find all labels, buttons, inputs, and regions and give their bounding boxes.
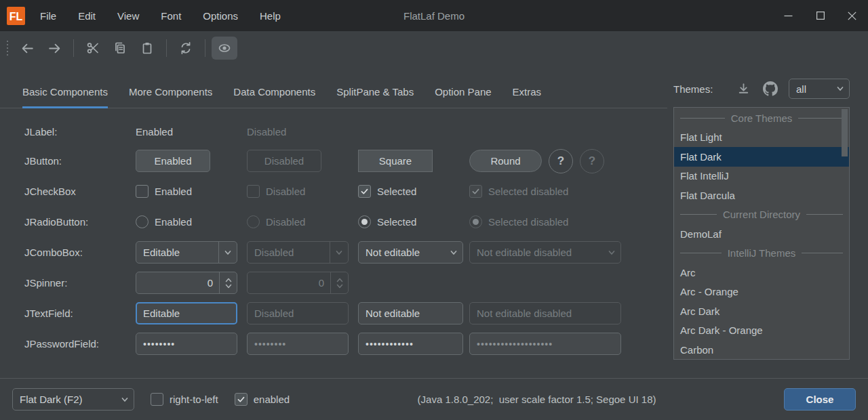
toolbar <box>0 31 868 65</box>
checkbox-disabled: Disabled <box>247 185 305 198</box>
back-arrow-icon <box>20 41 35 56</box>
theme-item-arc-orange[interactable]: Arc - Orange <box>674 282 849 302</box>
radio-selected[interactable]: Selected <box>358 215 416 228</box>
jpasswordfield-row: JPasswordField: •••••••• •••••••• ••••••… <box>24 329 667 359</box>
paste-button[interactable] <box>134 37 160 60</box>
radio-label: Enabled <box>155 216 192 228</box>
combobox-value: Disabled <box>248 247 330 258</box>
tab-extras[interactable]: Extras <box>513 76 542 108</box>
jlabel-row-label: JLabel: <box>24 126 136 138</box>
toolbar-grip[interactable] <box>7 41 8 56</box>
radio-selected-icon <box>469 215 482 228</box>
spinner-value[interactable]: 0 <box>136 277 219 289</box>
forward-button[interactable] <box>41 37 67 60</box>
checkbox-label: Selected disabled <box>488 186 568 197</box>
menu-edit[interactable]: Edit <box>67 0 106 31</box>
tab-more-components[interactable]: More Components <box>129 76 212 108</box>
spinner-disabled: 0 <box>247 272 349 294</box>
cut-button[interactable] <box>80 37 106 60</box>
close-window-button[interactable] <box>836 0 868 31</box>
tab-option-pane[interactable]: Option Pane <box>435 76 491 108</box>
close-button[interactable]: Close <box>784 388 856 411</box>
jlabel-disabled: Disabled <box>247 126 286 138</box>
back-button[interactable] <box>14 37 40 60</box>
copy-button[interactable] <box>107 37 133 60</box>
tab-splitpane-tabs[interactable]: SplitPane & Tabs <box>336 76 414 108</box>
checkbox-enabled[interactable]: Enabled <box>136 185 192 198</box>
help-button[interactable]: ? <box>549 149 573 173</box>
window-controls <box>772 0 868 31</box>
jcheckbox-row-label: JCheckBox <box>24 186 136 197</box>
spinner-arrows-icon[interactable] <box>219 272 237 293</box>
show-hidden-toggle-button[interactable] <box>212 37 237 60</box>
jbutton-row: JButton: Enabled Disabled Square Round ?… <box>24 146 667 176</box>
theme-item-arc-dark[interactable]: Arc Dark <box>674 301 849 321</box>
combobox-value: Not editable <box>359 247 444 258</box>
chevron-down-icon[interactable] <box>218 242 237 263</box>
theme-item-carbon[interactable]: Carbon <box>674 340 849 360</box>
checkbox-selected[interactable]: Selected <box>358 185 416 198</box>
download-theme-button[interactable] <box>736 82 751 96</box>
refresh-icon <box>179 41 193 55</box>
scrollbar-thumb[interactable] <box>842 109 848 156</box>
themes-list: Core Themes Flat Light Flat Dark Flat In… <box>673 107 850 360</box>
textfield-editable[interactable]: Editable <box>136 302 237 324</box>
jlabel-enabled: Enabled <box>136 126 173 138</box>
forward-arrow-icon <box>47 41 62 56</box>
passwordfield-not-editable[interactable]: •••••••••••• <box>358 333 463 355</box>
radio-enabled[interactable]: Enabled <box>136 215 192 228</box>
minimize-button[interactable] <box>772 0 804 31</box>
cut-icon <box>86 41 100 55</box>
checkbox-checked-icon <box>469 185 482 198</box>
themes-panel: Themes: all Core Themes Flat Light Flat … <box>667 65 868 378</box>
tab-basic-components[interactable]: Basic Components <box>22 76 108 108</box>
refresh-button[interactable] <box>173 37 199 60</box>
enabled-checkbox[interactable]: enabled <box>235 393 290 406</box>
theme-item-arc-dark-orange[interactable]: Arc Dark - Orange <box>674 321 849 341</box>
right-to-left-checkbox[interactable]: right-to-left <box>151 393 218 406</box>
github-link-button[interactable] <box>763 81 778 96</box>
theme-item-flat-light[interactable]: Flat Light <box>674 128 849 148</box>
textfield-not-editable[interactable]: Not editable <box>358 302 463 324</box>
theme-item-flat-darcula[interactable]: Flat Darcula <box>674 186 849 205</box>
theme-item-flat-dark[interactable]: Flat Dark <box>674 147 849 167</box>
radio-label: Selected disabled <box>488 216 568 228</box>
titlebar: FL File Edit View Font Options Help Flat… <box>0 0 868 31</box>
maximize-button[interactable] <box>804 0 836 31</box>
help-button-disabled: ? <box>580 149 604 173</box>
enabled-button[interactable]: Enabled <box>136 150 210 172</box>
theme-item-arc[interactable]: Arc <box>674 263 849 282</box>
square-button[interactable]: Square <box>358 150 433 172</box>
laf-combobox[interactable]: Flat Dark (F2) <box>12 388 134 411</box>
radio-selected-disabled: Selected disabled <box>469 215 568 228</box>
combobox-not-editable[interactable]: Not editable <box>358 241 463 264</box>
menu-help[interactable]: Help <box>249 0 292 31</box>
theme-item-demolaf[interactable]: DemoLaf <box>674 224 849 244</box>
disabled-button: Disabled <box>247 150 321 172</box>
combobox-editable[interactable]: Editable <box>136 241 237 264</box>
list-separator: IntelliJ Themes <box>674 244 849 264</box>
radio-icon <box>247 215 260 228</box>
menu-view[interactable]: View <box>106 0 150 31</box>
list-separator: Core Themes <box>674 108 849 128</box>
chevron-down-icon[interactable] <box>444 242 462 263</box>
chevron-down-icon <box>115 389 134 410</box>
combobox-value[interactable]: Editable <box>136 247 218 258</box>
github-icon <box>763 81 778 96</box>
menu-font[interactable]: Font <box>150 0 192 31</box>
textfield-disabled: Disabled <box>247 302 349 324</box>
combobox-value: Not editable disabled <box>470 247 602 258</box>
toolbar-separator <box>73 39 74 57</box>
checkbox-label: right-to-left <box>170 394 218 405</box>
passwordfield-editable[interactable]: •••••••• <box>136 333 237 355</box>
theme-item-flat-intellij[interactable]: Flat IntelliJ <box>674 167 849 186</box>
themes-filter-combobox[interactable]: all <box>789 79 850 99</box>
spinner-enabled[interactable]: 0 <box>136 272 237 294</box>
bottom-bar: Flat Dark (F2) right-to-left enabled (Ja… <box>0 378 868 420</box>
menu-options[interactable]: Options <box>192 0 249 31</box>
checkbox-label: Selected <box>377 186 416 197</box>
round-button[interactable]: Round <box>469 150 542 172</box>
tab-data-components[interactable]: Data Components <box>233 76 315 108</box>
jcombobox-row-label: JComboBox: <box>24 247 136 258</box>
menu-file[interactable]: File <box>29 0 67 31</box>
